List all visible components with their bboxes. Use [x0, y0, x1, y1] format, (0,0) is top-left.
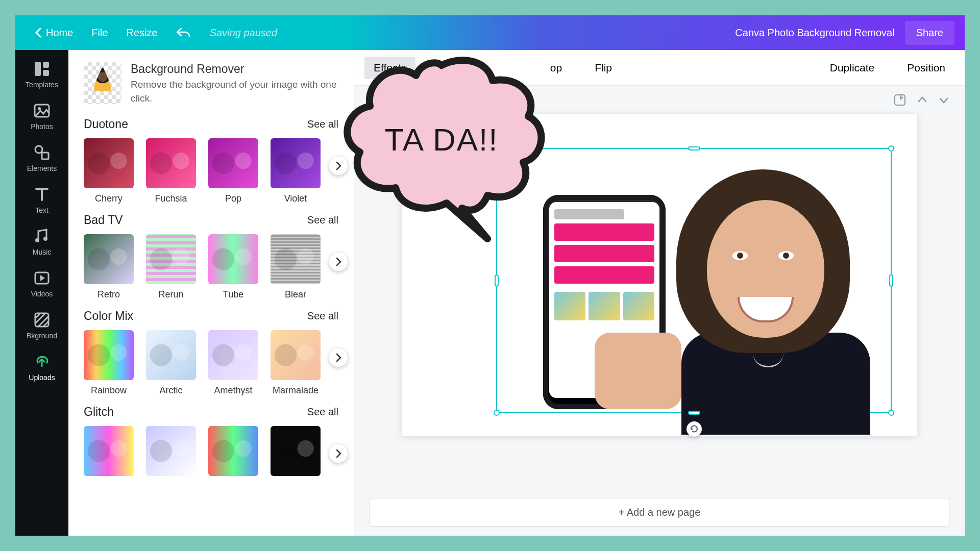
- home-button[interactable]: Home: [26, 23, 82, 43]
- crop-button[interactable]: op: [541, 57, 571, 79]
- bg-remover-option[interactable]: Background Remover Remove the background…: [84, 62, 338, 105]
- filter-section-head: Color MixSee all: [84, 309, 338, 323]
- sidebar-item-text[interactable]: Text: [15, 180, 68, 221]
- filter-Blear[interactable]: Blear: [271, 234, 321, 300]
- bg-remover-title: Background Remover: [131, 62, 338, 76]
- effects-panel: Background Remover Remove the background…: [68, 50, 354, 536]
- filter-Violet[interactable]: Violet: [271, 138, 321, 204]
- svg-rect-0: [35, 62, 41, 76]
- filter-thumb: [271, 426, 321, 476]
- filter-Amethyst[interactable]: Amethyst: [208, 330, 258, 396]
- share-label: Share: [916, 27, 943, 38]
- filter-Rainbow[interactable]: Rainbow: [84, 330, 134, 396]
- section-title: Duotone: [84, 117, 128, 131]
- document-title[interactable]: Canva Photo Background Removal: [725, 27, 904, 39]
- undo-button[interactable]: [167, 22, 200, 43]
- page-controls: [354, 86, 965, 114]
- uploads-icon: [33, 353, 51, 370]
- bg-remover-desc: Remove the background of your image with…: [131, 78, 338, 105]
- filter-Marmalade[interactable]: Marmalade: [271, 330, 321, 396]
- see-all-link[interactable]: See all: [307, 310, 338, 322]
- svg-point-8: [43, 237, 47, 241]
- filter-item[interactable]: [208, 426, 258, 481]
- share-button[interactable]: Share: [905, 21, 954, 45]
- page-up-icon[interactable]: [917, 94, 928, 106]
- resize-menu[interactable]: Resize: [117, 23, 167, 43]
- svg-point-7: [35, 238, 39, 242]
- filter-thumb: [271, 330, 321, 380]
- filter-Tube[interactable]: Tube: [208, 234, 258, 300]
- sidebar-item-videos[interactable]: Videos: [15, 263, 68, 305]
- filter-Arctic[interactable]: Arctic: [146, 330, 196, 396]
- filter-thumb: [84, 426, 134, 476]
- add-page-button[interactable]: + Add a new page: [370, 498, 949, 527]
- resize-handle-ml[interactable]: [495, 274, 499, 287]
- filter-thumb: [146, 330, 196, 380]
- photos-icon: [33, 102, 51, 119]
- svg-point-5: [35, 146, 42, 153]
- file-menu[interactable]: File: [82, 23, 117, 43]
- resize-handle-bl[interactable]: [494, 410, 500, 416]
- sidebar-item-label: Text: [35, 206, 48, 214]
- canvas-stage[interactable]: [354, 114, 965, 489]
- carousel-next-button[interactable]: [329, 444, 348, 463]
- selected-element[interactable]: [496, 148, 892, 413]
- resize-handle-bm[interactable]: [688, 411, 700, 415]
- filter-label: Tube: [223, 289, 243, 300]
- filter-Pop[interactable]: Pop: [208, 138, 258, 204]
- section-title: Glitch: [84, 405, 114, 419]
- effects-button[interactable]: Effects: [364, 57, 415, 79]
- filter-thumb: [84, 234, 134, 284]
- sidebar-item-background[interactable]: Bkground: [15, 305, 68, 347]
- resize-handle-tm[interactable]: [688, 146, 700, 151]
- filter-thumb: [208, 330, 258, 380]
- carousel-next-button[interactable]: [329, 157, 348, 175]
- person-graphic: [646, 169, 886, 409]
- rotate-handle[interactable]: [687, 421, 702, 437]
- filter-thumb: [208, 234, 258, 284]
- filter-item[interactable]: [146, 426, 196, 481]
- sidebar-item-music[interactable]: Music: [15, 221, 68, 263]
- flip-button[interactable]: Flip: [585, 57, 621, 79]
- sidebar-item-uploads[interactable]: Uploads: [15, 347, 68, 389]
- sidebar-item-templates[interactable]: Templates: [15, 54, 68, 96]
- filter-label: Amethyst: [214, 385, 252, 396]
- svg-rect-1: [43, 62, 49, 68]
- rotate-icon: [690, 424, 699, 434]
- see-all-link[interactable]: See all: [307, 214, 338, 226]
- filter-thumbs-row: [84, 426, 338, 481]
- page-down-icon[interactable]: [938, 94, 949, 106]
- notes-icon[interactable]: [893, 93, 906, 107]
- filter-label: Retro: [97, 289, 120, 300]
- see-all-link[interactable]: See all: [307, 118, 338, 130]
- filter-Cherry[interactable]: Cherry: [84, 138, 134, 204]
- music-icon: [33, 228, 51, 245]
- filter-item[interactable]: [271, 426, 321, 481]
- svg-rect-10: [35, 313, 48, 327]
- chevron-right-icon: [335, 353, 342, 362]
- app-header: Home File Resize Saving paused Canva Pho…: [15, 15, 965, 50]
- filter-Retro[interactable]: Retro: [84, 234, 134, 300]
- chevron-right-icon: [335, 161, 342, 170]
- filter-label: Fuchsia: [155, 193, 187, 204]
- sidebar-item-elements[interactable]: Elements: [15, 138, 68, 180]
- templates-icon: [33, 60, 51, 78]
- resize-handle-tr[interactable]: [888, 145, 894, 152]
- carousel-next-button[interactable]: [329, 253, 348, 271]
- resize-handle-mr[interactable]: [889, 274, 893, 287]
- filter-item[interactable]: [84, 426, 134, 481]
- filter-Fuchsia[interactable]: Fuchsia: [146, 138, 196, 204]
- resize-handle-br[interactable]: [888, 410, 894, 416]
- carousel-next-button[interactable]: [329, 348, 348, 367]
- filter-thumb: [84, 138, 134, 188]
- position-button[interactable]: Position: [898, 57, 954, 79]
- filter-Rerun[interactable]: Rerun: [146, 234, 196, 300]
- file-label: File: [91, 27, 108, 39]
- text-icon: [33, 186, 51, 203]
- sidebar-item-photos[interactable]: Photos: [15, 96, 68, 138]
- resize-handle-tl[interactable]: [494, 145, 500, 152]
- see-all-link[interactable]: See all: [307, 406, 338, 418]
- page-1[interactable]: [402, 114, 917, 436]
- duplicate-button[interactable]: Duplicate: [821, 57, 884, 79]
- undo-icon: [176, 27, 190, 39]
